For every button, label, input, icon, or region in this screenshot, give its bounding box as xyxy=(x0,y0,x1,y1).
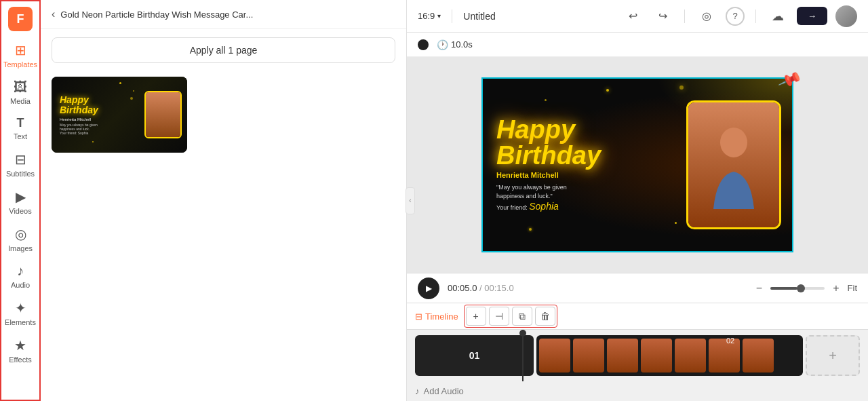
thumb-name: Henrietta Mitchell xyxy=(60,117,98,121)
canvas-sparkle-5 xyxy=(675,222,677,224)
canvas-quote-line2: happiness and luck." xyxy=(496,192,553,199)
sidebar-item-text[interactable]: T Text xyxy=(1,111,39,146)
record-button[interactable]: ◎ xyxy=(696,5,717,27)
project-title: Untitled xyxy=(463,11,614,22)
sidebar-item-elements[interactable]: ✦ Elements xyxy=(1,294,39,332)
track-thumb-1 xyxy=(539,339,570,373)
sidebar-item-media[interactable]: 🖼 Media xyxy=(1,74,39,111)
segment2-label: 02 xyxy=(726,337,734,345)
sparkle-3 xyxy=(92,141,94,142)
audio-note-icon: ♪ xyxy=(415,386,420,396)
play-button[interactable]: ▶ xyxy=(418,278,439,299)
add-clip-icon: + xyxy=(829,348,837,364)
sidebar-item-label: Images xyxy=(8,244,33,252)
add-audio-row[interactable]: ♪ Add Audio xyxy=(407,381,868,401)
svg-point-0 xyxy=(720,128,747,157)
sidebar-item-audio[interactable]: ♪ Audio xyxy=(1,258,39,294)
track-thumb-2 xyxy=(573,339,604,373)
top-bar-divider xyxy=(452,9,452,23)
collapse-icon: ‹ xyxy=(409,197,411,204)
zoom-slider-fill xyxy=(770,287,797,290)
canvas-photo-inner xyxy=(688,102,779,227)
thumb-photo-inner xyxy=(146,92,180,137)
timeline-delete-button[interactable]: 🗑 xyxy=(535,307,555,326)
track-playhead xyxy=(522,330,524,381)
timeline-add-button[interactable]: + xyxy=(466,307,486,326)
back-button[interactable]: ‹ xyxy=(52,8,55,20)
person-svg xyxy=(707,121,761,209)
sidebar-item-label: Effects xyxy=(9,356,31,364)
sparkle-4 xyxy=(130,97,133,100)
canvas-quote-line1: "May you always be given xyxy=(496,184,567,191)
top-bar-divider3 xyxy=(755,9,756,23)
panel-header: ‹ Gold Neon Particle Birthday Wish Messa… xyxy=(41,0,406,29)
fit-button[interactable]: Fit xyxy=(848,283,857,293)
timeline-split-button[interactable]: ⊣ xyxy=(489,307,509,326)
add-clip-button[interactable]: + xyxy=(806,335,860,376)
app-logo[interactable]: F xyxy=(8,7,33,31)
zoom-slider[interactable] xyxy=(770,287,825,290)
sidebar-item-templates[interactable]: ⊞ Templates xyxy=(1,37,39,74)
apply-all-button[interactable]: Apply all 1 page xyxy=(52,37,395,63)
timeline-toggle-button[interactable]: ⊟ Timeline xyxy=(415,311,458,322)
timeline-tracks: 01 02 + xyxy=(407,330,868,381)
sidebar-item-label: Text xyxy=(14,132,27,140)
zoom-minus-button[interactable]: − xyxy=(756,282,762,294)
thumb-text-area: HappyBirthday Henrietta Mitchell May you… xyxy=(60,95,98,135)
time-current: 00:05.0 / 00:15.0 xyxy=(448,283,514,293)
timeline-duplicate-button[interactable]: ⧉ xyxy=(512,307,532,326)
canvas-sparkle-4 xyxy=(679,85,684,90)
panel-collapse-btn[interactable]: ‹ xyxy=(406,187,415,214)
templates-panel: ‹ Gold Neon Particle Birthday Wish Messa… xyxy=(41,0,407,401)
undo-button[interactable]: ↩ xyxy=(622,5,644,27)
total-time: 00:15.0 xyxy=(484,283,513,293)
media-icon: 🖼 xyxy=(14,79,27,95)
color-picker[interactable] xyxy=(418,39,429,50)
template-grid: HappyBirthday Henrietta Mitchell May you… xyxy=(41,71,406,158)
sidebar-item-label: Subtitles xyxy=(6,170,35,178)
videos-icon: ▶ xyxy=(16,189,26,205)
canvas-person-name: Henrietta Mitchell xyxy=(496,171,632,179)
sidebar-item-videos[interactable]: ▶ Videos xyxy=(1,183,39,221)
track-segment-1[interactable]: 01 xyxy=(415,335,534,376)
zoom-plus-button[interactable]: + xyxy=(833,282,839,294)
sidebar-item-label: Elements xyxy=(5,318,36,326)
track-thumb-5 xyxy=(675,339,706,373)
sidebar-item-effects[interactable]: ★ Effects xyxy=(1,332,39,369)
aspect-ratio-button[interactable]: 16:9 ▾ xyxy=(418,11,441,21)
canvas-container: 🕐 10.0s HappyBirthday xyxy=(407,33,868,303)
template-thumbnail[interactable]: HappyBirthday Henrietta Mitchell May you… xyxy=(52,77,187,153)
time-indicator-row: 🕐 10.0s xyxy=(407,33,868,57)
clock-icon: 🕐 xyxy=(437,39,448,50)
track-thumb-7 xyxy=(743,339,774,373)
canvas-photo xyxy=(686,100,781,229)
cloud-button[interactable]: ☁ xyxy=(767,5,789,27)
audio-icon: ♪ xyxy=(17,263,24,279)
aspect-ratio-chevron: ▾ xyxy=(437,12,441,20)
thumb-quote: May you always be givenhappiness and luc… xyxy=(60,122,98,134)
sidebar: F ⊞ Templates 🖼 Media T Text ⊟ Subtitles… xyxy=(0,0,41,401)
help-button[interactable]: ? xyxy=(726,7,745,26)
subtitles-icon: ⊟ xyxy=(15,151,26,168)
images-icon: ◎ xyxy=(15,226,26,242)
canvas-happy-birthday: HappyBirthday xyxy=(496,117,632,168)
current-time: 00:05.0 xyxy=(448,283,477,293)
time-display: 10.0s xyxy=(451,39,473,50)
redo-button[interactable]: ↪ xyxy=(652,5,673,27)
sidebar-item-images[interactable]: ◎ Images xyxy=(1,221,39,258)
canvas-area: HappyBirthday Henrietta Mitchell "May yo… xyxy=(407,57,868,273)
timeline-label: Timeline xyxy=(425,311,458,322)
track-segment-2[interactable]: 02 xyxy=(536,335,803,376)
thumb-photo xyxy=(144,91,182,138)
add-audio-label: Add Audio xyxy=(424,386,464,396)
panel-title: Gold Neon Particle Birthday Wish Message… xyxy=(60,9,395,20)
sidebar-item-label: Templates xyxy=(3,60,37,69)
canvas-wrapper: HappyBirthday Henrietta Mitchell "May yo… xyxy=(481,77,793,252)
time-indicator: 🕐 10.0s xyxy=(437,39,473,50)
export-button[interactable]: → xyxy=(797,7,827,25)
sidebar-item-subtitles[interactable]: ⊟ Subtitles xyxy=(1,146,39,183)
user-avatar[interactable] xyxy=(835,5,857,27)
sparkle-1 xyxy=(119,82,121,84)
timeline-filter-icon: ⊟ xyxy=(415,311,422,322)
top-bar: 16:9 ▾ Untitled ↩ ↪ ◎ ? ☁ → xyxy=(407,0,868,33)
